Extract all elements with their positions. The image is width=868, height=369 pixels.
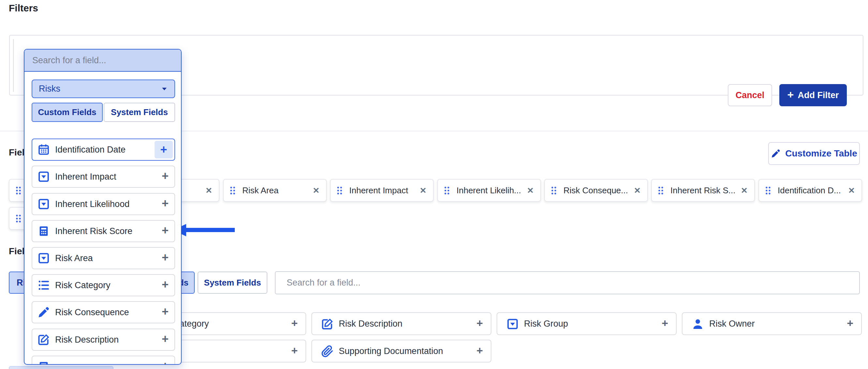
field-search-input[interactable] <box>275 271 860 294</box>
add-field-button[interactable]: + <box>661 313 668 333</box>
paperclip-icon <box>321 345 334 358</box>
person-icon <box>691 318 704 330</box>
field-label: Risk Description <box>55 329 119 350</box>
tab-custom-fields[interactable]: Custom Fields <box>32 103 103 122</box>
drag-handle-icon[interactable] <box>550 186 558 195</box>
add-field-button[interactable]: + <box>155 141 173 158</box>
select-icon <box>37 171 50 183</box>
add-field-button[interactable]: + <box>291 340 298 361</box>
select-icon <box>506 318 519 330</box>
add-field-button[interactable]: + <box>162 221 168 240</box>
add-field-button[interactable]: + <box>162 329 168 349</box>
field-picker-dropdown: Risks Custom Fields System Fields Identi… <box>24 49 182 365</box>
field-chip[interactable]: Inherent Impact✕ <box>330 179 434 202</box>
field-label: Inherent Likelihood <box>55 194 129 214</box>
field-label: Risk Owner <box>709 313 755 334</box>
customize-table-label: Customize Table <box>785 148 857 159</box>
add-field-button[interactable]: + <box>162 194 168 213</box>
field-chip[interactable]: Risk Area✕ <box>223 179 327 202</box>
chip-label: Inherent Likelih... <box>457 185 527 195</box>
field-option-row[interactable]: + <box>32 356 175 365</box>
customize-table-button[interactable]: Customize Table <box>768 142 860 165</box>
calendar-icon <box>37 144 50 156</box>
filter-box-inner-edge <box>13 39 14 92</box>
field-option-row[interactable]: Inherent Risk Score+ <box>32 220 175 242</box>
page-title: Filters <box>9 3 38 14</box>
drag-handle-icon[interactable] <box>442 186 451 195</box>
field-label: Risk Description <box>339 313 402 334</box>
chip-label: Risk Conseque... <box>563 185 634 195</box>
pencil-icon <box>771 149 781 158</box>
chip-label: Inherent Risk S... <box>671 185 741 195</box>
entity-select-dropdown[interactable]: Risks <box>32 80 175 98</box>
edit-square-icon <box>321 318 334 330</box>
field-option-row[interactable]: Identification Date+ <box>32 139 175 161</box>
field-option-row[interactable]: Risk Category+ <box>32 274 175 296</box>
select-icon <box>37 198 50 210</box>
remove-chip-icon[interactable]: ✕ <box>848 186 855 195</box>
chevron-down-icon <box>161 86 168 92</box>
add-field-button[interactable]: + <box>476 313 483 333</box>
calculator-icon <box>37 225 50 237</box>
add-field-button[interactable]: + <box>476 340 483 361</box>
field-chip[interactable]: Inherent Likelih...✕ <box>437 179 541 202</box>
plus-icon: + <box>787 88 794 101</box>
add-field-button[interactable]: + <box>291 313 298 333</box>
available-field-card[interactable]: Risk Group+ <box>497 312 677 335</box>
field-option-row[interactable]: Risk Consequence+ <box>32 301 175 324</box>
field-chip[interactable]: Inherent Risk S...✕ <box>651 179 755 202</box>
drag-handle-icon[interactable] <box>14 214 23 223</box>
partially-visible-card <box>9 366 114 369</box>
add-field-button[interactable]: + <box>162 166 168 186</box>
field-label: Risk Group <box>524 313 568 334</box>
add-filter-label: Add Filter <box>798 90 839 100</box>
cancel-button[interactable]: Cancel <box>728 84 772 106</box>
list-icon <box>37 279 50 291</box>
field-option-row[interactable]: Risk Description+ <box>32 329 175 351</box>
available-field-card[interactable]: Supporting Documentation+ <box>311 340 491 363</box>
field-option-row[interactable]: Inherent Impact+ <box>32 165 175 188</box>
drag-handle-icon[interactable] <box>764 186 772 195</box>
tab-system-fields[interactable]: System Fields <box>104 103 175 122</box>
entity-select-value: Risks <box>39 84 161 94</box>
available-field-card[interactable]: Risk Description+ <box>311 312 491 335</box>
tab-system-fields[interactable]: System Fields <box>197 272 268 294</box>
add-field-button[interactable]: + <box>162 275 168 294</box>
add-field-button[interactable]: + <box>162 302 168 321</box>
pencil-icon <box>37 306 50 318</box>
drag-handle-icon[interactable] <box>656 186 665 195</box>
select-icon <box>37 252 50 264</box>
field-option-row[interactable]: Risk Area+ <box>32 247 175 269</box>
add-field-button[interactable]: + <box>162 248 168 267</box>
arrow-tail <box>186 228 235 232</box>
field-label: Inherent Impact <box>55 166 116 187</box>
remove-chip-icon[interactable]: ✕ <box>206 186 212 195</box>
remove-chip-icon[interactable]: ✕ <box>420 186 427 195</box>
field-option-row[interactable]: Inherent Likelihood+ <box>32 193 175 215</box>
calculator-icon <box>37 361 50 365</box>
chip-label: Risk Area <box>242 185 313 195</box>
dropdown-search-header <box>25 50 181 72</box>
plus-icon: + <box>160 143 167 156</box>
field-label: Inherent Risk Score <box>55 221 132 242</box>
field-label: Supporting Documentation <box>339 340 443 362</box>
remove-chip-icon[interactable]: ✕ <box>313 186 319 195</box>
drag-handle-icon[interactable] <box>335 186 344 195</box>
drag-handle-icon[interactable] <box>228 186 237 195</box>
add-field-button[interactable]: + <box>847 313 853 333</box>
remove-chip-icon[interactable]: ✕ <box>527 186 534 195</box>
add-field-button[interactable]: + <box>162 356 168 365</box>
remove-chip-icon[interactable]: ✕ <box>634 186 641 195</box>
field-label: Risk Area <box>55 248 93 269</box>
chip-label: Inherent Impact <box>349 185 420 195</box>
field-chip[interactable]: Identification D...✕ <box>758 179 862 202</box>
available-field-card[interactable]: Risk Owner+ <box>682 312 862 335</box>
field-label: Risk Consequence <box>55 302 129 323</box>
add-filter-button[interactable]: + Add Filter <box>779 84 847 106</box>
field-label: Risk Category <box>55 275 111 296</box>
drag-handle-icon[interactable] <box>14 186 23 195</box>
remove-chip-icon[interactable]: ✕ <box>741 186 748 195</box>
edit-square-icon <box>37 334 50 346</box>
dropdown-search-input[interactable] <box>32 50 170 71</box>
field-chip[interactable]: Risk Conseque...✕ <box>544 179 648 202</box>
